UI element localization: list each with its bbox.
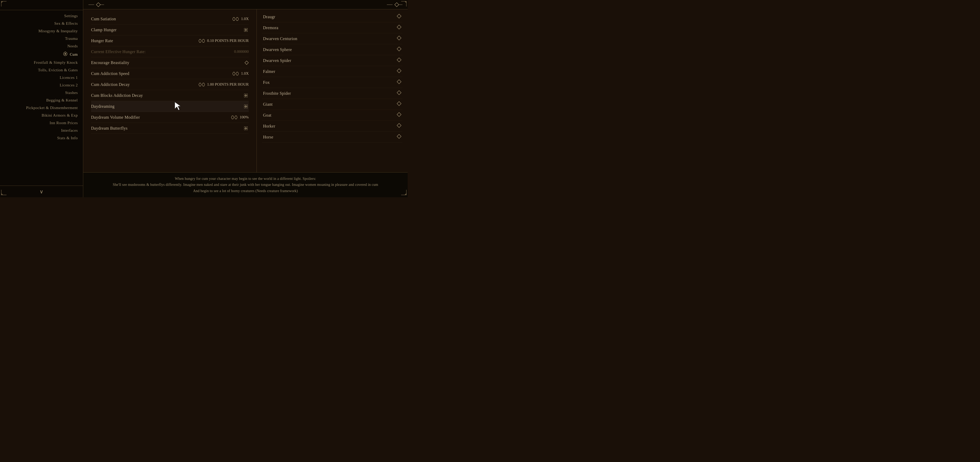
creature-row-horker[interactable]: Horker bbox=[262, 121, 402, 132]
setting-value-cum-addiction-speed: 1.0X bbox=[232, 71, 249, 76]
creature-row-dremora[interactable]: Dremora bbox=[262, 22, 402, 33]
setting-label-daydream-volume: Daydream Volume Modifier bbox=[91, 115, 140, 120]
creature-name-dwarven-sphere: Dwarven Sphere bbox=[263, 47, 292, 52]
creature-toggle-falmer[interactable] bbox=[397, 69, 401, 75]
sidebar-item-cum[interactable]: Cum bbox=[0, 50, 83, 59]
setting-value-daydreaming bbox=[243, 104, 249, 109]
sidebar-item-licences1[interactable]: Licences 1 bbox=[0, 74, 83, 81]
nav-item-label: Cum bbox=[70, 52, 78, 57]
creature-row-giant[interactable]: Giant bbox=[262, 99, 402, 110]
creature-panel: Draugr Dremora Dwarven Centurion Dwarven… bbox=[257, 10, 408, 172]
svg-point-5 bbox=[65, 53, 66, 55]
creature-row-goat[interactable]: Goat bbox=[262, 110, 402, 121]
svg-marker-10 bbox=[395, 3, 399, 7]
sidebar-item-begging[interactable]: Begging & Kennel bbox=[0, 97, 83, 104]
svg-marker-27 bbox=[202, 83, 205, 86]
setting-val-text: 0.10 POINTS PER HOUR bbox=[207, 38, 249, 43]
setting-row-cum-satiation[interactable]: Cum Satiation 1.0X bbox=[91, 14, 249, 24]
settings-panel: Cum Satiation 1.0XClamp Hunger Hunger Ra… bbox=[83, 10, 257, 172]
creature-row-dwarven-sphere[interactable]: Dwarven Sphere bbox=[262, 44, 402, 55]
setting-row-daydreaming[interactable]: Daydreaming bbox=[91, 101, 249, 112]
setting-label-current-hunger: Current Effective Hunger Rate: bbox=[91, 49, 146, 54]
setting-row-cum-blocks-decay[interactable]: Cum Blocks Addiction Decay bbox=[91, 90, 249, 101]
content-area: Cum Satiation 1.0XClamp Hunger Hunger Ra… bbox=[83, 0, 408, 197]
sidebar-item-settings[interactable]: Settings bbox=[0, 12, 83, 20]
top-bar-deco-left bbox=[89, 2, 104, 7]
svg-line-32 bbox=[244, 97, 245, 97]
nav-item-label: Licences 1 bbox=[60, 75, 78, 80]
svg-marker-24 bbox=[232, 72, 235, 75]
nav-item-label: Bikini Armors & Exp bbox=[41, 113, 78, 117]
creature-toggle-frostbite-spider[interactable] bbox=[397, 90, 401, 96]
svg-marker-54 bbox=[397, 80, 401, 84]
creature-toggle-dwarven-sphere[interactable] bbox=[397, 46, 401, 53]
sidebar-item-inn-room[interactable]: Inn Room Prices bbox=[0, 119, 83, 127]
creature-row-draugr[interactable]: Draugr bbox=[262, 11, 402, 22]
sidebar-item-stashes[interactable]: Stashes bbox=[0, 89, 83, 97]
sidebar-item-bikini[interactable]: Bikini Armors & Exp bbox=[0, 112, 83, 119]
setting-val-text: 1.00 POINTS PER HOUR bbox=[207, 82, 249, 87]
creature-row-falmer[interactable]: Falmer bbox=[262, 66, 402, 77]
setting-row-daydream-volume[interactable]: Daydream Volume Modifier 100% bbox=[91, 112, 249, 123]
setting-label-cum-addiction-speed: Cum Addiction Speed bbox=[91, 71, 129, 76]
sidebar-item-pickpocket[interactable]: Pickpocket & Dismemberment bbox=[0, 104, 83, 112]
setting-row-current-hunger[interactable]: Current Effective Hunger Rate:0.000000 bbox=[91, 46, 249, 57]
svg-line-19 bbox=[244, 31, 245, 32]
setting-row-cum-addiction-decay[interactable]: Cum Addiction Decay 1.00 POINTS PER HOUR bbox=[91, 79, 249, 90]
sidebar-item-interfaces[interactable]: Interfaces bbox=[0, 127, 83, 134]
active-nav-icon bbox=[63, 51, 68, 57]
nav-item-label: Sex & Effects bbox=[54, 21, 78, 25]
setting-label-cum-blocks-decay: Cum Blocks Addiction Decay bbox=[91, 93, 143, 98]
setting-row-daydream-butterflys[interactable]: Daydream Butterflys bbox=[91, 123, 249, 134]
creature-toggle-horse[interactable] bbox=[397, 134, 401, 140]
setting-row-encourage-beastiality[interactable]: Encourage Beastiality bbox=[91, 57, 249, 68]
description-line-1: She'll see mushrooms & butterflys differ… bbox=[94, 182, 397, 188]
sidebar-item-trauma[interactable]: Trauma bbox=[0, 35, 83, 42]
creature-row-dwarven-spider[interactable]: Dwarven Spider bbox=[262, 55, 402, 66]
creature-row-dwarven-centurion[interactable]: Dwarven Centurion bbox=[262, 33, 402, 44]
svg-line-20 bbox=[247, 31, 248, 32]
setting-row-clamp-hunger[interactable]: Clamp Hunger bbox=[91, 24, 249, 35]
sidebar-scroll-down[interactable]: ∨ bbox=[40, 188, 43, 195]
creature-toggle-goat[interactable] bbox=[397, 112, 401, 118]
creature-name-dwarven-centurion: Dwarven Centurion bbox=[263, 37, 298, 41]
svg-line-46 bbox=[244, 129, 245, 130]
setting-row-cum-addiction-speed[interactable]: Cum Addiction Speed 1.0X bbox=[91, 68, 249, 79]
setting-value-daydream-butterflys bbox=[243, 126, 249, 131]
svg-marker-23 bbox=[245, 61, 248, 65]
creature-toggle-dremora[interactable] bbox=[397, 25, 401, 31]
creature-row-fox[interactable]: Fox bbox=[262, 77, 402, 88]
sidebar-item-misogyny[interactable]: Misogyny & Inequality bbox=[0, 27, 83, 35]
creature-toggle-draugr[interactable] bbox=[397, 14, 401, 20]
setting-value-hunger-rate: 0.10 POINTS PER HOUR bbox=[198, 38, 249, 43]
setting-row-hunger-rate[interactable]: Hunger Rate 0.10 POINTS PER HOUR bbox=[91, 35, 249, 46]
svg-line-45 bbox=[247, 126, 248, 127]
setting-val-text: 0.000000 bbox=[234, 49, 249, 54]
setting-val-text: 1.0X bbox=[241, 71, 249, 76]
svg-marker-22 bbox=[202, 39, 205, 42]
creature-toggle-giant[interactable] bbox=[397, 101, 401, 107]
creature-toggle-dwarven-spider[interactable] bbox=[397, 57, 401, 64]
sidebar-item-needs[interactable]: Needs bbox=[0, 42, 83, 50]
creature-row-horse[interactable]: Horse bbox=[262, 132, 402, 143]
setting-val-text: 100% bbox=[240, 115, 249, 119]
setting-value-cum-satiation: 1.0X bbox=[232, 17, 249, 21]
setting-value-clamp-hunger bbox=[243, 27, 249, 33]
sidebar-item-sex-effects[interactable]: Sex & Effects bbox=[0, 20, 83, 27]
svg-marker-57 bbox=[397, 112, 401, 116]
creature-toggle-fox[interactable] bbox=[397, 80, 401, 85]
svg-line-36 bbox=[244, 105, 245, 105]
nav-item-label: Stashes bbox=[65, 91, 78, 95]
svg-line-37 bbox=[247, 105, 248, 105]
setting-value-current-hunger: 0.000000 bbox=[234, 49, 249, 54]
creature-toggle-horker[interactable] bbox=[397, 123, 401, 129]
nav-item-label: Needs bbox=[67, 44, 78, 48]
creature-row-frostbite-spider[interactable]: Frostbite Spider bbox=[262, 88, 402, 99]
creature-toggle-dwarven-centurion[interactable] bbox=[397, 36, 401, 41]
creature-name-draugr: Draugr bbox=[263, 14, 275, 19]
sidebar: SettingsSex & EffectsMisogyny & Inequali… bbox=[0, 0, 83, 197]
sidebar-item-tolls[interactable]: Tolls, Eviction & Gates bbox=[0, 66, 83, 74]
sidebar-item-frostfall[interactable]: Frostfall & Simply Knock bbox=[0, 59, 83, 66]
sidebar-item-stats[interactable]: Stats & Info bbox=[0, 134, 83, 142]
sidebar-item-licences2[interactable]: Licences 2 bbox=[0, 81, 83, 89]
